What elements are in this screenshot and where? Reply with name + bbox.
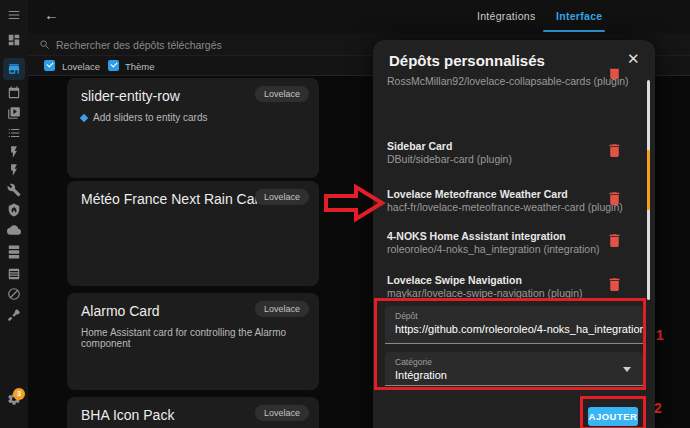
delete-icon[interactable] <box>606 142 623 159</box>
annotation-arrow <box>322 183 386 223</box>
server-icon[interactable] <box>7 245 21 259</box>
close-icon[interactable]: ✕ <box>621 48 646 70</box>
repository-path: roleoroleo/4-noks_ha_integration (integr… <box>387 243 599 255</box>
hacs-frontend-page: 3 ← Intégrations Interface Rechercher de… <box>0 0 690 428</box>
search-icon <box>39 39 50 50</box>
card-title: Alarmo Card <box>81 303 160 319</box>
repository-row[interactable]: Sidebar Card DBuit/sidebar-card (plugin) <box>387 140 637 176</box>
card-title: BHA Icon Pack <box>81 407 174 423</box>
hammer-icon[interactable] <box>7 308 21 322</box>
delete-icon[interactable] <box>606 276 623 293</box>
menu-icon[interactable] <box>7 8 21 22</box>
repository-list: RossMcMillan92/lovelace-collapsable-card… <box>373 68 655 300</box>
settings-notification-badge: 3 <box>13 388 25 400</box>
annotation-step-1: 1 <box>656 327 664 343</box>
repository-path: DBuit/sidebar-card (plugin) <box>387 153 512 165</box>
tab-integrations[interactable]: Intégrations <box>477 10 535 22</box>
active-tab-underline <box>543 30 605 32</box>
repo-card-bha-icon-pack[interactable]: BHA Icon Pack Lovelace Additional icons … <box>67 397 319 428</box>
tab-interface[interactable]: Interface <box>556 10 602 22</box>
search-input[interactable]: Rechercher des dépôts téléchargés <box>56 39 222 51</box>
repository-row[interactable]: Lovelace Swipe Navigation maykar/lovelac… <box>387 274 637 300</box>
repository-row[interactable]: RossMcMillan92/lovelace-collapsable-card… <box>387 68 637 98</box>
hacs-store-icon[interactable] <box>3 58 25 80</box>
scrollbar-thumb[interactable] <box>647 150 650 210</box>
delete-icon[interactable] <box>606 68 623 81</box>
annotation-step-2: 2 <box>654 400 662 416</box>
card-description: Home Assistant card for controlling the … <box>81 327 319 349</box>
category-badge: Lovelace <box>255 189 309 205</box>
repository-name: Lovelace Swipe Navigation <box>387 274 522 286</box>
category-badge: Lovelace <box>255 405 309 421</box>
repository-row[interactable]: Lovelace Meteofrance Weather Card hacf-f… <box>387 188 637 224</box>
delete-icon[interactable] <box>606 232 623 249</box>
dashboard-icon[interactable] <box>7 33 21 47</box>
dialog-title: Dépôts personnalisés <box>389 52 545 69</box>
calendar-icon[interactable] <box>7 86 21 100</box>
card-title: Météo France Next Rain Card <box>81 191 267 207</box>
checkbox-theme-label: Thème <box>125 61 155 72</box>
media-icon[interactable] <box>7 106 21 120</box>
annotation-box-button <box>580 396 646 428</box>
dialog-scrollbar[interactable] <box>647 80 650 300</box>
category-badge: Lovelace <box>255 301 309 317</box>
checkbox-theme[interactable] <box>108 60 119 71</box>
repo-card-alarmo[interactable]: Alarmo Card Lovelace Home Assistant card… <box>67 293 319 390</box>
repository-path: RossMcMillan92/lovelace-collapsable-card… <box>387 75 629 87</box>
app-sidebar-rail: 3 <box>0 0 28 428</box>
card-description: Add sliders to entity cards <box>81 112 208 123</box>
repository-name: Lovelace Meteofrance Weather Card <box>387 188 568 200</box>
shield-icon[interactable] <box>7 203 21 217</box>
repo-card-slider-entity-row[interactable]: slider-entity-row Lovelace Add sliders t… <box>67 78 319 178</box>
wrench-icon[interactable] <box>7 183 21 197</box>
card-title: slider-entity-row <box>81 88 180 104</box>
list-icon[interactable] <box>7 126 21 140</box>
top-app-bar: ← Intégrations Interface <box>28 0 690 33</box>
checkbox-lovelace-label: Lovelace <box>62 61 100 72</box>
repo-card-meteo-france[interactable]: Météo France Next Rain Card Lovelace <box>67 181 319 286</box>
blue-diamond-icon <box>80 114 88 122</box>
annotation-box-form <box>374 298 646 390</box>
flash2-icon[interactable] <box>7 163 21 177</box>
delete-icon[interactable] <box>606 190 623 207</box>
back-arrow-icon[interactable]: ← <box>44 6 59 23</box>
flash-icon[interactable] <box>7 145 21 159</box>
checkbox-lovelace[interactable] <box>44 60 55 71</box>
compass-off-icon[interactable] <box>7 287 21 301</box>
category-badge: Lovelace <box>255 86 309 102</box>
repository-name: 4-NOKS Home Assistant integration <box>387 230 566 242</box>
cloud-icon[interactable] <box>7 223 21 237</box>
repository-name: Sidebar Card <box>387 140 452 152</box>
repository-path: hacf-fr/lovelace-meteofrance-weather-car… <box>387 201 623 213</box>
panel-icon[interactable] <box>7 267 21 281</box>
repository-row-4noks[interactable]: 4-NOKS Home Assistant integration roleor… <box>387 230 637 266</box>
